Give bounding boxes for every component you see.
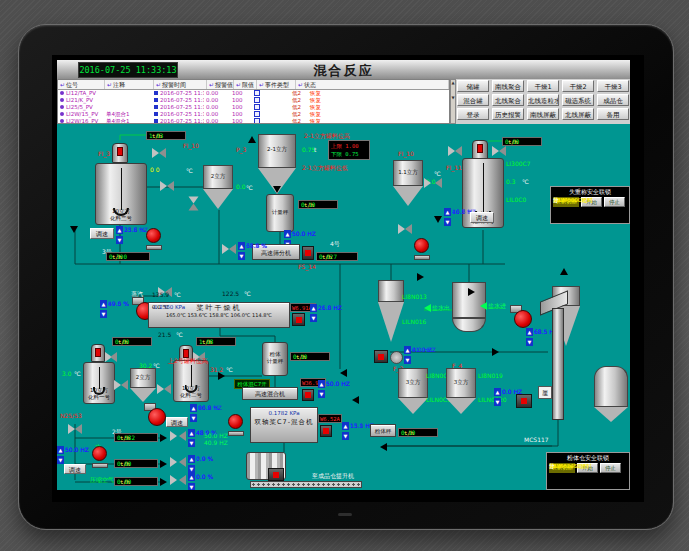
drive-indicator-13: ▲▼13.0 HZ15.1 HZ xyxy=(342,422,350,440)
nav-button-南线聚合[interactable]: 南线聚合 xyxy=(492,80,524,92)
alarm-cell: 0.00 xyxy=(204,97,230,104)
junction-box: 厘 xyxy=(538,386,552,399)
temp-215: 21.5 xyxy=(158,331,171,338)
tank-2-label: 10立方 化料二号 xyxy=(174,385,208,398)
level-high-alarm: 2-1立方罐料位高 xyxy=(304,132,350,139)
alarm-row[interactable]: LI25/5_PV2016-07-25 11:10.00100低2恢复 xyxy=(58,104,449,111)
flow-arrow-down xyxy=(70,226,78,233)
nav-button-干燥3[interactable]: 干燥3 xyxy=(597,80,629,92)
deg-symbol: ℃ xyxy=(226,366,233,373)
nav-button-历史报警[interactable]: 历史报警 xyxy=(492,108,524,120)
alarm-cell: 低2 xyxy=(290,104,308,111)
pump-3 xyxy=(228,414,244,436)
tank-1-label: 10立方 化料一号 xyxy=(84,387,114,400)
flow-display-3: 0.10t/h xyxy=(298,200,338,209)
nav-button-备用[interactable]: 备用 xyxy=(597,108,629,120)
col-value[interactable]: 报警值 xyxy=(207,80,234,89)
flow-arrow-up xyxy=(248,136,256,143)
flow-display-9: 0.00t/h xyxy=(114,459,158,468)
hopper-2m3-top: 2立方 xyxy=(203,165,233,209)
valve-feed2 xyxy=(170,457,186,470)
powder-scale-box: 粉体秤 xyxy=(370,424,396,437)
tag-lil0c0: LIL0C0 xyxy=(506,196,526,203)
col-status[interactable]: 状态 xyxy=(296,80,449,89)
alarm-table: 位号 注释 报警时间 报警值 限值 事件类型 状态 LI12/TA_PV2016… xyxy=(57,79,450,124)
alarm-cell: 0.00 xyxy=(204,104,230,111)
flow-display-4: 0.027t/h xyxy=(316,252,358,261)
tank2-temp: 3.0 xyxy=(62,370,72,377)
nav-button-磁选系统[interactable]: 磁选系统 xyxy=(562,94,594,106)
drum-motor xyxy=(268,468,284,481)
tank2-level-alarm: 上2号罐料位高 xyxy=(168,357,208,364)
drive-indicator-16: ▲▼0.0 HZ0.0 HZ xyxy=(494,388,502,406)
stop-button[interactable]: 停止 xyxy=(604,197,625,207)
drive-indicator-2: ▲▼38.8 %67.9 % xyxy=(238,242,246,260)
drive-indicator-15: ▲▼41.0 HZ0.0 HZ xyxy=(404,346,412,364)
nav-button-混合罐[interactable]: 混合罐 xyxy=(457,94,489,106)
brine-in-label: 盐水进 xyxy=(488,302,506,309)
hopper-label: 3立方 xyxy=(447,378,475,385)
drive-indicator-7: ▲▼21.0 HZ26.8 HZ xyxy=(310,304,318,322)
speed-button-1[interactable]: 调速 xyxy=(90,228,114,239)
col-tag[interactable]: 位号 xyxy=(58,80,105,89)
hopper-2m3-bottom: 2立方 xyxy=(130,368,156,402)
nav-button-干燥2[interactable]: 干燥2 xyxy=(562,80,594,92)
nav-button-北线屏蔽[interactable]: 北线屏蔽 xyxy=(562,108,594,120)
drive-indicator-17: ▲▼50.0 HZ50.0 HZ xyxy=(57,446,65,464)
alarm-cell xyxy=(252,97,290,104)
col-desc[interactable]: 注释 xyxy=(105,80,154,89)
agitator-motor-4 xyxy=(472,140,488,160)
alarm-row[interactable]: LI12/TA_PV2016-07-25 11:10.00100低2恢复 xyxy=(58,90,449,97)
nav-button-南线屏蔽[interactable]: 南线屏蔽 xyxy=(527,108,559,120)
nav-button-成品仓[interactable]: 成品仓 xyxy=(597,94,629,106)
nav-button-干燥1[interactable]: 干燥1 xyxy=(527,80,559,92)
deg-symbol: ℃ xyxy=(176,331,183,338)
alarm-cell: 低2 xyxy=(290,97,308,104)
hopper-label: 2立方 xyxy=(131,374,155,381)
alarm-cell xyxy=(104,104,152,111)
mixer-motor-1 xyxy=(302,389,314,401)
flow-arrow-right xyxy=(160,434,167,442)
to-elevator-label: 至成品仓提升机 xyxy=(312,472,354,479)
col-limit[interactable]: 限值 xyxy=(234,80,257,89)
stop-button[interactable]: 停止 xyxy=(600,463,621,473)
speed-button-2[interactable]: 调速 xyxy=(470,212,494,223)
deg-symbol: ℃ xyxy=(74,370,81,377)
flow-arrow-down xyxy=(273,186,281,193)
dryer-temps: 165.0℃ 153.6℃ 158.8℃ 106.0℃ 114.8℃ xyxy=(149,312,289,319)
pump-5 xyxy=(92,446,108,468)
drive-indicator-4: ▲▼10.6 %46.7 HZ xyxy=(444,208,452,226)
weight-unit: t xyxy=(314,146,316,153)
temp-1225: 122.5 xyxy=(222,290,239,297)
nav-button-北线聚合[interactable]: 北线聚合 xyxy=(492,94,524,106)
interlock-panel-1: 失重称安全联锁 开W7000U延时20秒 关CM600C延时10.0分 联锁切除… xyxy=(550,186,630,224)
alarm-cell xyxy=(252,104,290,111)
pump3-hz-1: 50.0 HZ xyxy=(204,432,228,439)
alarm-cell: 100 xyxy=(230,104,252,111)
speed-button-4[interactable]: 调速 xyxy=(64,464,86,474)
flow-arrow-left xyxy=(380,443,387,451)
speed-button-3[interactable]: 调速 xyxy=(166,417,188,427)
alarm-cell xyxy=(252,111,290,118)
tank-3: 10立方 化料三号 xyxy=(95,163,147,225)
flow-arrow-down xyxy=(434,216,442,223)
flow-arrow-right xyxy=(417,273,424,281)
alarm-row[interactable]: LI21/K_PV2016-07-25 11:10.00100低2恢复 xyxy=(58,97,449,104)
nav-button-北线造粒水[interactable]: 北线造粒水 xyxy=(527,94,559,106)
tank-3-values: 0 0 xyxy=(150,166,160,173)
limit-display: 上限 1.00下限 0.75 xyxy=(328,140,370,160)
agitator-motor-2 xyxy=(91,344,105,362)
temp-1359: 135.9 xyxy=(152,291,169,298)
motor-run-lamp xyxy=(117,147,123,156)
col-time[interactable]: 报警时间 xyxy=(154,80,207,89)
valve-tank4-left xyxy=(448,146,462,157)
pump3-hz-2: 40.9 HZ xyxy=(204,439,228,446)
flow-display-6: 1.08t/h xyxy=(196,337,236,346)
panel-title: 粉体仓安全联锁 xyxy=(549,454,627,462)
nav-button-储罐[interactable]: 储罐 xyxy=(457,80,489,92)
nav-button-登录[interactable]: 登录 xyxy=(457,108,489,120)
alarm-row[interactable]: LI2W/15_PV单4混合12016-07-25 11:10.00100低2恢… xyxy=(58,111,449,118)
brine-out-arrow xyxy=(424,304,431,312)
conveyor xyxy=(250,481,362,488)
col-type[interactable]: 事件类型 xyxy=(257,80,296,89)
